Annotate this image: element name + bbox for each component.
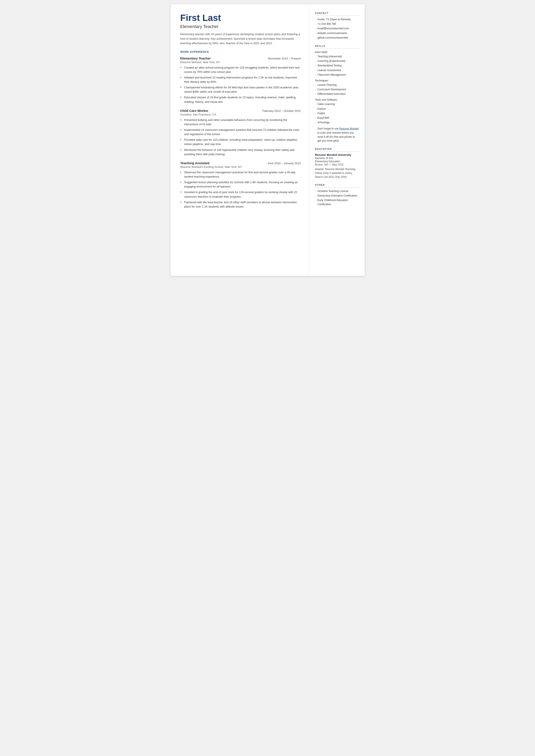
hard-skill-0: Teaching (Advanced) <box>315 55 359 59</box>
tool-1: Kahoot <box>315 107 359 111</box>
other-items: Growthsi Teaching LicenseElementary Educ… <box>315 189 359 207</box>
job-entry-2: Teaching AssistantJune 2010 – January 20… <box>180 161 301 209</box>
job-bullets-0: Created an after-school tutoring program… <box>180 66 301 104</box>
job-title: Elementary Teacher <box>180 24 301 29</box>
job-entry-0: Elementary TeacherNovember 2015 – Presen… <box>180 56 301 104</box>
job-dates-0: November 2015 – Present <box>268 57 301 60</box>
job-entry-1: Child Care WorkerFebruary 2013 – October… <box>180 109 301 156</box>
other-section: OTHER Growthsi Teaching LicenseElementar… <box>315 183 359 207</box>
technique-2: Differentiated Instruction <box>315 92 359 96</box>
contact-items: Austin, TX (Open to Remote)+1-234-456-78… <box>315 17 359 40</box>
hard-skills-list: Teaching (Advanced)Coaching (Experienced… <box>315 55 359 77</box>
job-dates-1: February 2013 – October 2015 <box>263 109 301 113</box>
job-company-2: Resume Worded's Exciting School, New Yor… <box>180 165 301 169</box>
jobs-container: Elementary TeacherNovember 2015 – Presen… <box>180 56 301 209</box>
bullet-2-1: Suggested lesson planning activities for… <box>180 180 301 189</box>
technique-1: Curriculum Development <box>315 88 359 92</box>
name: First Last <box>180 13 301 23</box>
bullet-2-2: Assisted in grading the end-of-year test… <box>180 190 301 199</box>
contact-section: CONTACT Austin, TX (Open to Remote)+1-23… <box>315 12 359 40</box>
bullet-0-1: Initiated and launched 13 reading interv… <box>180 75 301 84</box>
bullet-1-2: Provided daily care for 123 children, in… <box>180 138 301 146</box>
contact-item-0: Austin, TX (Open to Remote) <box>315 17 359 21</box>
technique-0: Lesson Planning <box>315 83 359 87</box>
education-section: EDUCATION Resume Worded University Bache… <box>315 148 359 179</box>
work-experience-label: WORK EXPERIENCE <box>180 50 301 53</box>
other-item-2: Early Childhood Education Certification. <box>315 198 359 207</box>
other-label: OTHER <box>315 183 359 187</box>
bullet-2-0: Observed the classroom management practi… <box>180 170 301 179</box>
contact-item-3: linkedin.com/in/username <box>315 31 359 35</box>
tools-label: Tools and Software: <box>315 98 359 101</box>
job-header-1: Child Care WorkerFebruary 2013 – October… <box>180 109 301 113</box>
edu-degree: Bachelor of Arts <box>315 157 359 160</box>
edu-field: Elementary Education <box>315 160 359 163</box>
job-company-1: Growthsi, San Francisco, CA <box>180 113 301 116</box>
contact-item-2: email@resumeworded.com <box>315 26 359 31</box>
job-bullets-1: Prevented bullying and other unsuitable … <box>180 118 301 156</box>
job-dates-2: June 2010 – January 2013 <box>268 162 301 165</box>
techniques-label: Techniques: <box>315 79 359 82</box>
contact-label: CONTACT <box>315 12 359 16</box>
promo-text: Don't forget to use Resume Worded to sca… <box>315 127 359 143</box>
tools-list: Haiku LearningKahootPadletEasyCBMSchoolo… <box>315 102 359 125</box>
tool-3: EasyCBM <box>315 116 359 120</box>
summary: Elementary teacher with 10 years of expe… <box>180 32 301 45</box>
edu-awards: Awards: Resume Worded Teaching Fellow (o… <box>315 167 359 179</box>
job-header-0: Elementary TeacherNovember 2015 – Presen… <box>180 56 301 60</box>
contact-item-4: github.com/resumeworded <box>315 36 359 40</box>
job-role-2: Teaching Assistant <box>180 161 210 165</box>
resume-worded-link[interactable]: Resume Worded <box>339 127 359 130</box>
job-role-0: Elementary Teacher <box>180 56 211 60</box>
job-company-0: Resume Worded, New York, NY <box>180 61 301 64</box>
tool-4: Schoology <box>315 121 359 125</box>
tool-2: Padlet <box>315 111 359 116</box>
skills-label: SKILLS <box>315 44 359 48</box>
skills-section: SKILLS Hard Skills: Teaching (Advanced)C… <box>315 44 359 143</box>
promo-block: Don't forget to use Resume Worded to sca… <box>315 127 359 143</box>
hard-skill-2: Standardized Testing <box>315 64 359 68</box>
hard-skill-1: Coaching (Experienced) <box>315 59 359 63</box>
edu-location: Boston, MA — May 2010 <box>315 163 359 166</box>
edu-university: Resume Worded University <box>315 153 359 156</box>
bullet-1-0: Prevented bullying and other unsuitable … <box>180 118 301 126</box>
education-label: EDUCATION <box>315 148 359 152</box>
techniques-list: Lesson PlanningCurriculum DevelopmentDif… <box>315 83 359 96</box>
job-header-2: Teaching AssistantJune 2010 – January 20… <box>180 161 301 165</box>
work-experience-section: WORK EXPERIENCE Elementary TeacherNovemb… <box>180 50 301 209</box>
resume-page: First Last Elementary Teacher Elementary… <box>171 4 365 276</box>
hard-skill-3: Learner Assessment <box>315 68 359 72</box>
right-column: CONTACT Austin, TX (Open to Remote)+1-23… <box>309 4 365 276</box>
tool-0: Haiku Learning <box>315 102 359 106</box>
bullet-1-3: Monitored the behavior of 140 hyperactiv… <box>180 148 301 156</box>
job-bullets-2: Observed the classroom management practi… <box>180 170 301 209</box>
other-item-1: Elementary Education Certification. <box>315 194 359 198</box>
left-column: First Last Elementary Teacher Elementary… <box>171 4 309 276</box>
hard-skill-4: Classroom Management <box>315 73 359 77</box>
contact-item-1: +1-234-456-789 <box>315 22 359 26</box>
bullet-1-1: Implemented 14 classroom management syst… <box>180 128 301 136</box>
bullet-0-0: Created an after-school tutoring program… <box>180 66 301 74</box>
job-role-1: Child Care Worker <box>180 109 209 113</box>
bullet-2-3: Partnered with the lead teacher and 18 o… <box>180 200 301 209</box>
other-item-0: Growthsi Teaching License <box>315 189 359 193</box>
bullet-0-3: Educated classes of 19 first-grade stude… <box>180 95 301 104</box>
hard-skills-label: Hard Skills: <box>315 51 359 54</box>
bullet-0-2: Championed fundraising efforts for 36 fi… <box>180 85 301 94</box>
